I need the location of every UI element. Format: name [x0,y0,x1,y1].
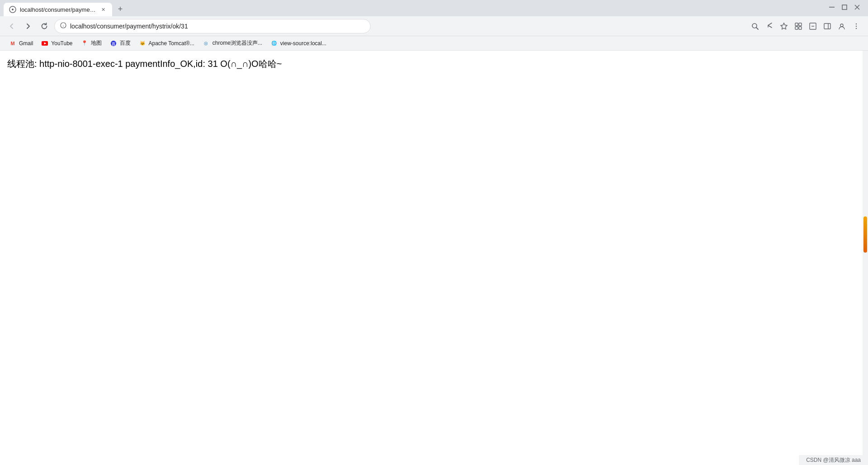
forward-button[interactable] [22,20,34,33]
svg-point-20 [856,25,857,26]
url-text: localhost/consumer/payment/hystrix/ok/31 [70,23,365,30]
reload-button[interactable] [38,20,51,33]
toolbar: i localhost/consumer/payment/hystrix/ok/… [0,16,868,36]
svg-text:百: 百 [112,42,115,46]
bookmark-youtube-label: YouTube [51,40,72,47]
maximize-button[interactable] [841,4,848,11]
status-text: CSDN @清风微凉 aaa [806,456,861,464]
page-main-text: 线程池: http-nio-8001-exec-1 paymentInfo_OK… [7,58,861,70]
toolbar-actions [749,20,863,33]
svg-text:i: i [63,24,64,28]
chrome-browser: localhost/consumer/payment/ ✕ + [0,0,868,465]
scrollbar[interactable] [863,51,868,465]
bookmark-baidu-label: 百度 [120,39,131,47]
svg-point-21 [856,28,857,28]
search-button[interactable] [749,20,761,33]
minimize-button[interactable] [828,4,835,11]
bookmark-tomcat[interactable]: 🐱 Apache Tomcat®... [135,38,198,49]
svg-rect-2 [829,7,835,8]
svg-point-1 [12,9,14,10]
chrome-sound-favicon: ◎ [203,40,210,47]
tab-title: localhost/consumer/payment/ [20,6,96,13]
back-button[interactable] [5,20,18,33]
bookmark-tomcat-label: Apache Tomcat®... [149,40,194,47]
address-bar[interactable]: i localhost/consumer/payment/hystrix/ok/… [54,19,371,33]
active-tab[interactable]: localhost/consumer/payment/ ✕ [4,3,112,16]
menu-button[interactable] [850,20,863,33]
view-source-favicon: 🌐 [270,40,278,47]
scrollbar-thumb[interactable] [863,216,867,253]
svg-rect-10 [795,23,798,26]
svg-rect-13 [799,27,802,29]
bookmark-button[interactable] [778,20,790,33]
tomcat-favicon: 🐱 [139,40,146,47]
close-window-button[interactable] [854,4,861,11]
svg-rect-11 [799,23,802,26]
svg-point-19 [856,23,857,24]
bookmark-chrome-sound-label: chrome浏览器没声... [212,39,262,47]
bookmark-maps-label: 地图 [91,39,102,47]
tab-bar: localhost/consumer/payment/ ✕ + [0,0,868,16]
svg-rect-3 [842,5,847,9]
security-icon: i [60,22,66,30]
bookmark-youtube[interactable]: YouTube [38,38,76,49]
svg-point-18 [840,24,843,27]
baidu-favicon: 百 [110,40,117,47]
extensions-button[interactable] [792,20,805,33]
bookmark-baidu[interactable]: 百 百度 [106,38,134,49]
tab-close-button[interactable]: ✕ [99,6,107,13]
maps-favicon: 📍 [81,40,88,47]
bookmark-chrome-sound[interactable]: ◎ chrome浏览器没声... [199,38,266,49]
status-bar: CSDN @清风微凉 aaa [799,455,868,465]
side-panel-button[interactable] [821,20,834,33]
bookmark-view-source-label: view-source:local... [280,40,326,47]
share-button[interactable] [763,20,776,33]
new-tab-button[interactable]: + [114,3,127,15]
bookmark-maps[interactable]: 📍 地图 [77,38,105,49]
svg-line-9 [756,28,758,29]
tab-favicon [9,6,16,13]
profile-button[interactable] [835,20,848,33]
youtube-favicon [41,40,48,47]
bookmark-gmail[interactable]: M Gmail [5,38,37,49]
bookmark-view-source[interactable]: 🌐 view-source:local... [267,38,330,49]
tab-search-button[interactable] [807,20,819,33]
page-content: 线程池: http-nio-8001-exec-1 paymentInfo_OK… [0,51,868,465]
gmail-favicon: M [9,40,16,47]
svg-rect-12 [795,27,798,29]
bookmarks-bar: M Gmail YouTube 📍 地图 百 百度 [0,36,868,51]
bookmark-gmail-label: Gmail [19,40,33,47]
window-controls [828,4,861,11]
svg-rect-16 [824,23,830,29]
